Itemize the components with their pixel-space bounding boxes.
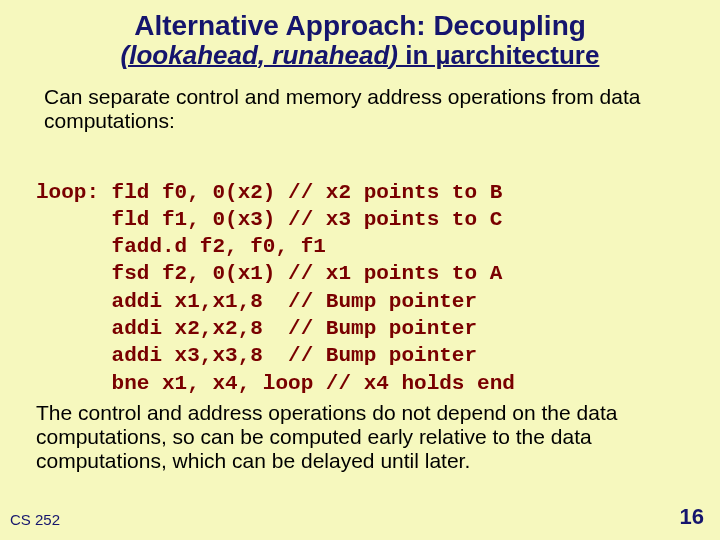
code-line: bne x1, x4, loop // x4 holds end [36, 372, 515, 395]
code-line: addi x1,x1,8 // Bump pointer [36, 290, 477, 313]
slide-title: Alternative Approach: Decoupling (lookah… [0, 0, 720, 71]
title-rest: in µarchitecture [398, 40, 599, 70]
code-block: loop: fld f0, 0(x2) // x2 points to B fl… [36, 151, 684, 397]
code-line: fsd f2, 0(x1) // x1 points to A [36, 262, 502, 285]
code-line: fadd.d f2, f0, f1 [36, 235, 326, 258]
code-line: addi x3,x3,8 // Bump pointer [36, 344, 477, 367]
code-line: loop: fld f0, 0(x2) // x2 points to B [36, 181, 502, 204]
title-line-2: (lookahead, runahead) in µarchitecture [0, 40, 720, 71]
footer-course: CS 252 [10, 511, 60, 528]
title-line-1: Alternative Approach: Decoupling [0, 10, 720, 42]
footer-page-number: 16 [680, 504, 704, 530]
outro-text: The control and address operations do no… [36, 401, 676, 473]
code-line: addi x2,x2,8 // Bump pointer [36, 317, 477, 340]
intro-text: Can separate control and memory address … [44, 85, 676, 133]
code-line: fld f1, 0(x3) // x3 points to C [36, 208, 502, 231]
title-emphasis: (lookahead, runahead) [121, 40, 398, 70]
